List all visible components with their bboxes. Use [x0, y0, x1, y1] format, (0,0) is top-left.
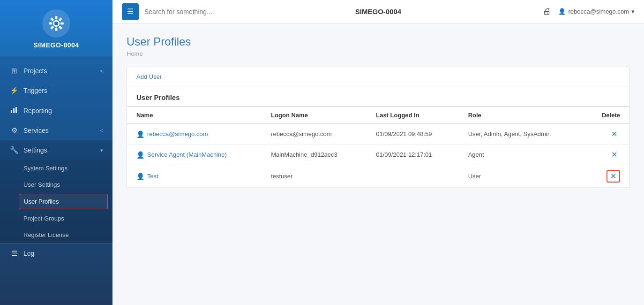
user-name-link[interactable]: rebecca@simego.com	[147, 130, 208, 137]
user-logon-cell: testuser	[262, 165, 367, 188]
sidebar-item-system-settings[interactable]: System Settings	[0, 160, 112, 176]
user-name-link[interactable]: Test	[147, 173, 158, 180]
column-header-name: Name	[127, 107, 262, 124]
sidebar-item-register-license[interactable]: Register License	[0, 227, 112, 243]
user-logon-cell: rebecca@simego.com	[262, 124, 367, 145]
user-profiles-table: Name Logon Name Last Logged In Role Dele…	[127, 107, 629, 188]
sidebar-item-triggers[interactable]: ⚡ Triggers	[0, 81, 112, 100]
svg-rect-9	[50, 17, 54, 21]
main-content: ☰ SIMEGO-0004 🖨 👤 rebecca@simego.com ▾ U…	[112, 0, 644, 305]
delete-user-button[interactable]: ✕	[608, 149, 620, 160]
actions-bar: Add User	[127, 67, 630, 86]
sidebar-item-services[interactable]: ⚙ Services <	[0, 121, 112, 140]
reporting-icon	[9, 106, 19, 115]
svg-rect-2	[55, 16, 58, 19]
sidebar-item-user-profiles[interactable]: User Profiles	[19, 194, 108, 209]
table-header: Name Logon Name Last Logged In Role Dele…	[127, 107, 629, 124]
svg-rect-5	[59, 26, 62, 30]
user-name-link[interactable]: Service Agent (MainMachine)	[147, 151, 227, 158]
settings-icon: 🔧	[9, 146, 19, 154]
column-header-logon: Logon Name	[262, 107, 367, 124]
svg-rect-11	[11, 110, 12, 113]
services-icon: ⚙	[9, 126, 19, 135]
sidebar-logo: S SIMEGO-0004	[0, 0, 112, 56]
sidebar-item-label: Log	[23, 250, 103, 257]
user-menu[interactable]: 👤 rebecca@simego.com ▾	[558, 8, 635, 15]
breadcrumb: Home	[127, 50, 630, 57]
user-role-cell: Agent	[459, 145, 584, 165]
user-role-cell: User	[459, 165, 584, 188]
services-arrow-icon: <	[100, 128, 103, 133]
projects-arrow-icon: <	[100, 68, 103, 74]
projects-icon: ⊞	[9, 67, 19, 75]
sidebar-item-label: Projects	[23, 67, 100, 75]
sidebar-item-label: Services	[23, 127, 100, 134]
user-last-logged-cell: 01/09/2021 09:48:59	[367, 124, 458, 145]
sidebar-app-title: SIMEGO-0004	[33, 41, 79, 49]
topbar-center-title: SIMEGO-0004	[355, 8, 401, 15]
user-delete-cell: ✕	[584, 165, 629, 188]
breadcrumb-home-link[interactable]: Home	[127, 50, 143, 57]
sidebar-item-label: Reporting	[23, 107, 103, 114]
table-row: 👤 rebecca@simego.com rebecca@simego.com …	[127, 124, 629, 145]
settings-arrow-icon: ▾	[100, 147, 103, 153]
table-header-row: Name Logon Name Last Logged In Role Dele…	[127, 107, 629, 124]
svg-rect-12	[13, 108, 15, 113]
sidebar-item-settings[interactable]: 🔧 Settings ▾	[0, 140, 112, 160]
user-name-cell: 👤 Test	[127, 165, 262, 188]
sidebar-item-log[interactable]: ☰ Log	[0, 243, 112, 263]
dropdown-arrow-icon: ▾	[631, 8, 635, 15]
search-input[interactable]	[144, 8, 543, 15]
user-name-cell: 👤 rebecca@simego.com	[127, 124, 262, 145]
app-logo-icon: S	[42, 9, 70, 38]
sidebar-item-projects[interactable]: ⊞ Projects <	[0, 61, 112, 81]
page-header: User Profiles Home	[127, 35, 630, 57]
user-role-cell: User, Admin, Agent, SysAdmin	[459, 124, 584, 145]
user-avatar-icon: 👤	[558, 8, 566, 15]
log-icon: ☰	[9, 249, 19, 258]
page-content: User Profiles Home Add User User Profile…	[112, 23, 644, 305]
sidebar-item-label: Settings	[23, 146, 100, 154]
table-body: 👤 rebecca@simego.com rebecca@simego.com …	[127, 124, 629, 188]
triggers-icon: ⚡	[9, 86, 19, 95]
table-row: 👤 Service Agent (MainMachine) MainMachin…	[127, 145, 629, 165]
sidebar-item-label: Triggers	[23, 87, 103, 94]
svg-text:S: S	[55, 21, 58, 26]
settings-submenu: System Settings User Settings User Profi…	[0, 160, 112, 243]
menu-toggle-button[interactable]: ☰	[122, 3, 139, 20]
print-icon[interactable]: 🖨	[543, 7, 551, 16]
svg-rect-13	[15, 107, 17, 113]
column-header-last-logged: Last Logged In	[367, 107, 458, 124]
delete-user-button[interactable]: ✕	[607, 170, 620, 183]
sidebar-item-reporting[interactable]: Reporting	[0, 100, 112, 121]
sidebar-nav: ⊞ Projects < ⚡ Triggers Reporting ⚙ Serv…	[0, 56, 112, 305]
user-last-logged-cell	[367, 165, 458, 188]
delete-user-button[interactable]: ✕	[608, 129, 620, 139]
svg-rect-7	[50, 26, 54, 30]
user-profiles-table-section: User Profiles Name Logon Name Last Logge…	[127, 86, 630, 188]
sidebar-item-project-groups[interactable]: Project Groups	[0, 210, 112, 227]
gear-logo-svg: S	[47, 14, 66, 33]
hamburger-icon: ☰	[127, 7, 134, 16]
svg-rect-6	[55, 28, 58, 31]
sidebar-item-user-settings[interactable]: User Settings	[0, 176, 112, 193]
svg-rect-8	[49, 23, 52, 25]
table-row: 👤 Test testuser User ✕	[127, 165, 629, 188]
user-row-icon: 👤	[136, 151, 144, 159]
table-section-title: User Profiles	[127, 86, 629, 107]
user-row-icon: 👤	[136, 130, 144, 138]
user-last-logged-cell: 01/09/2021 12:17:01	[367, 145, 458, 165]
topbar: ☰ SIMEGO-0004 🖨 👤 rebecca@simego.com ▾	[112, 0, 644, 23]
user-logon-cell: MainMachine_d912aec3	[262, 145, 367, 165]
topbar-wrapper: ☰ SIMEGO-0004 🖨 👤 rebecca@simego.com ▾	[122, 3, 635, 20]
svg-rect-3	[59, 17, 62, 21]
add-user-button[interactable]: Add User	[136, 73, 162, 80]
user-row-icon: 👤	[136, 173, 144, 180]
user-delete-cell: ✕	[584, 124, 629, 145]
sidebar: S SIMEGO-0004 ⊞ Projects < ⚡ Triggers	[0, 0, 112, 305]
user-name-cell: 👤 Service Agent (MainMachine)	[127, 145, 262, 165]
topbar-right: 🖨 👤 rebecca@simego.com ▾	[543, 7, 635, 16]
page-title: User Profiles	[127, 35, 630, 48]
user-delete-cell: ✕	[584, 145, 629, 165]
column-header-delete: Delete	[584, 107, 629, 124]
